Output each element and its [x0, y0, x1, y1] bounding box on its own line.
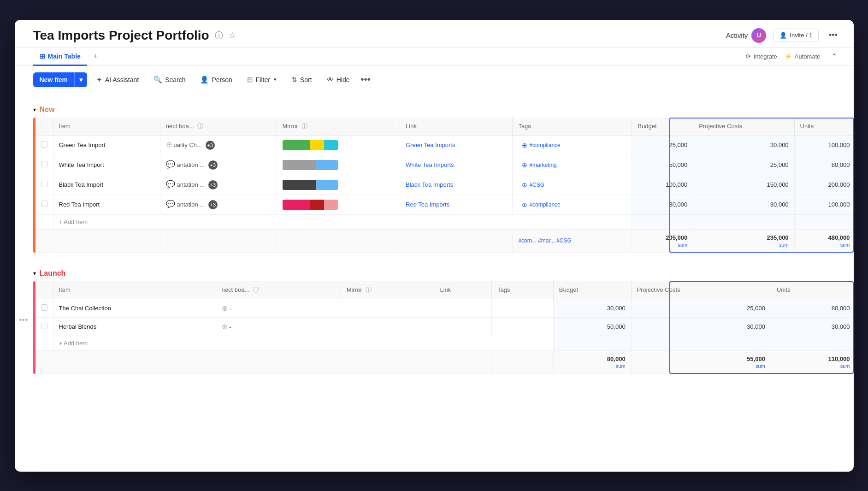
launch-section-header: ▾ Launch	[24, 266, 854, 281]
header-right: Activity U 👤 Invite / 1 •••	[726, 28, 841, 43]
person-button[interactable]: 👤 Person	[195, 72, 237, 87]
row-checkbox[interactable]	[35, 175, 53, 195]
add-connect-icon[interactable]: ⊕	[222, 304, 228, 312]
mirror-info-icon[interactable]: ⓘ	[301, 123, 307, 130]
new-section-footer-row: #com... #mar... #CSG 205,000 sum	[35, 229, 854, 252]
mirror-info-icon[interactable]: ⓘ	[366, 286, 372, 293]
add-connect-icon[interactable]: 💬	[166, 160, 175, 168]
badge-count: +3	[208, 160, 218, 170]
toolbar-more-button[interactable]: •••	[359, 74, 372, 85]
link-value[interactable]: Black Tea Imports	[406, 181, 453, 188]
tag[interactable]: ⊕ #compliance	[518, 140, 564, 150]
item-name-cell: White Tea Import	[53, 155, 160, 175]
launch-units-sum-cell: 110,000 sum	[777, 355, 850, 369]
th-link: Link	[434, 281, 492, 299]
mirror-cell	[341, 299, 434, 317]
table-row: White Tea Import 💬 antation ... +3	[35, 155, 854, 175]
tab-main-table[interactable]: ⊞ Main Table	[33, 48, 87, 66]
link-cell: Black Tea Imports	[400, 175, 513, 195]
tags-cell: ⊕ #compliance	[513, 135, 632, 155]
budget-cell: 30,000	[553, 299, 631, 317]
footer-tags: #com... #mar... #CSG	[513, 229, 632, 252]
star-icon[interactable]: ☆	[229, 30, 236, 41]
units-cell: 30,000	[771, 317, 853, 336]
table-row: The Chai Collection ⊕ - 30,000	[35, 299, 854, 317]
ai-assistant-button[interactable]: ✦ AI Assistant	[91, 72, 144, 87]
th-link: Link	[400, 118, 513, 136]
invite-icon: 👤	[779, 32, 787, 39]
automate-icon: ⚡	[785, 53, 792, 60]
add-item-row[interactable]: + Add Item	[35, 214, 854, 229]
item-name: Red Tea Import	[59, 201, 100, 208]
integrate-button[interactable]: ⟳ Integrate	[746, 53, 777, 60]
connect-board-info-icon[interactable]: ⓘ	[197, 123, 203, 130]
row-checkbox[interactable]	[35, 155, 53, 175]
add-item-label[interactable]: + Add Item	[53, 336, 553, 350]
new-section-header: ▾ New	[24, 103, 854, 118]
add-item-label[interactable]: + Add Item	[53, 214, 632, 229]
content: ▾ New Item nect boa... ⓘ	[15, 94, 854, 472]
automate-button[interactable]: ⚡ Automate	[785, 53, 821, 60]
launch-section-sum-row: 80,000 sum 55,000 sum	[35, 350, 854, 373]
launch-budget-sum: 80,000	[607, 355, 626, 362]
add-tab-button[interactable]: +	[89, 50, 102, 63]
units-sum-label: sum	[840, 242, 850, 248]
add-connect-icon[interactable]: ⊕	[166, 141, 172, 148]
mirror-cell	[277, 195, 400, 214]
new-section-chevron-icon[interactable]: ▾	[33, 106, 36, 113]
invite-button[interactable]: 👤 Invite / 1	[774, 29, 818, 42]
th-tags: Tags	[513, 118, 632, 136]
th-projective-costs: Projective Costs	[631, 281, 771, 299]
sort-button[interactable]: ⇅ Sort	[286, 72, 318, 87]
projective-costs-cell: 30,000	[693, 195, 794, 214]
projective-costs-cell: 150,000	[693, 175, 794, 195]
item-name-cell: The Chai Collection	[53, 299, 216, 317]
new-item-button[interactable]: New Item ▾	[33, 72, 87, 87]
item-name-cell: Black Tea Import	[53, 175, 160, 195]
tag-plus-icon: ⊕	[522, 161, 527, 169]
launch-budget-sum-cell: 80,000 sum	[559, 355, 626, 369]
tag[interactable]: ⊕ #marketing	[518, 160, 560, 170]
link-value[interactable]: Red Tea Imports	[406, 201, 449, 208]
row-checkbox[interactable]	[35, 317, 53, 336]
row-checkbox[interactable]	[35, 135, 53, 155]
color-seg-pink	[283, 200, 310, 210]
new-section: ▾ New Item nect boa... ⓘ	[24, 103, 854, 253]
collapse-button[interactable]: ⌃	[828, 50, 841, 63]
connect-board-cell: ⊕ -	[216, 299, 341, 317]
color-seg-lightred	[324, 200, 338, 210]
row-checkbox[interactable]	[35, 299, 53, 317]
more-options-button[interactable]: •••	[826, 28, 841, 43]
tabs-bar: ⊞ Main Table + ⟳ Integrate ⚡ Automate ⌃	[15, 48, 854, 66]
new-item-chevron-icon[interactable]: ▾	[74, 72, 87, 87]
launch-projective-costs-sum-cell: 55,000 sum	[637, 355, 765, 369]
add-connect-icon[interactable]: 💬	[166, 200, 175, 208]
link-cell: Red Tea Imports	[400, 195, 513, 214]
connect-board-info-icon[interactable]: ⓘ	[253, 286, 259, 293]
link-value[interactable]: White Tea Imports	[406, 161, 454, 168]
tag[interactable]: ⊕ #CSG	[518, 180, 548, 190]
row-checkbox[interactable]	[35, 195, 53, 214]
link-value[interactable]: Green Tea Imports	[406, 142, 455, 148]
connect-board-cell: 💬 antation ... +3	[160, 175, 277, 195]
ai-icon: ✦	[96, 76, 102, 84]
color-seg-blue	[316, 180, 338, 190]
new-section-title: New	[40, 106, 55, 114]
activity-button[interactable]: Activity U	[726, 28, 767, 43]
tags-cell	[492, 299, 554, 317]
tag[interactable]: ⊕ #compliance	[518, 200, 564, 210]
add-connect-icon[interactable]: ⊕	[222, 323, 228, 331]
mirror-cell	[277, 175, 400, 195]
launch-section-dots-icon[interactable]: •••	[19, 316, 29, 324]
sort-icon: ⇅	[291, 76, 297, 84]
search-button[interactable]: 🔍 Search	[148, 72, 191, 87]
filter-button[interactable]: ⊟ Filter ▾	[242, 72, 282, 87]
add-item-row[interactable]: + Add Item	[35, 336, 854, 350]
info-icon[interactable]: ⓘ	[215, 30, 223, 41]
add-connect-icon[interactable]: 💬	[166, 180, 175, 188]
th-connect-board: nect boa... ⓘ	[216, 281, 341, 299]
hide-button[interactable]: 👁 Hide	[321, 72, 355, 87]
launch-section-chevron-icon[interactable]: ▾	[33, 270, 36, 277]
page-title: Tea Imports Project Portfolio	[33, 28, 209, 43]
connect-board-value: -	[229, 305, 231, 312]
